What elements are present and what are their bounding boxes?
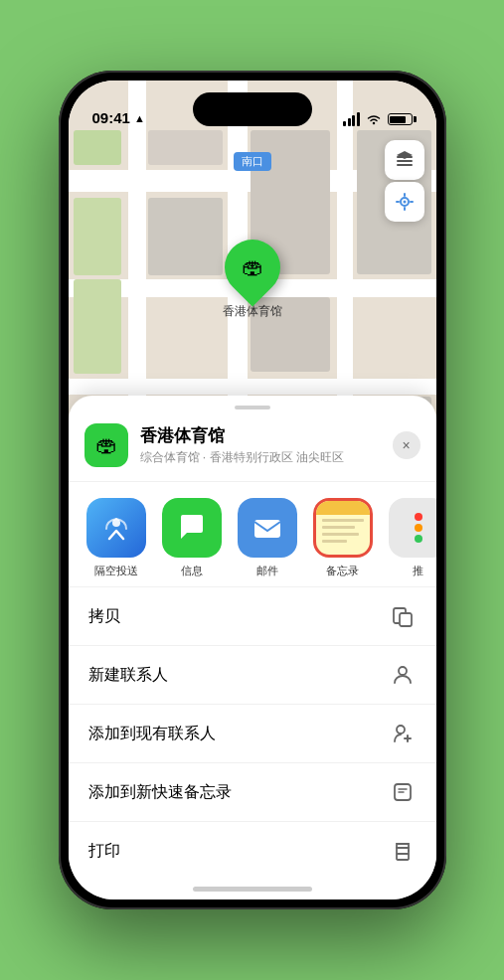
menu-item-quick-note[interactable]: 添加到新快速备忘录 (69, 762, 436, 821)
location-subtitle: 综合体育馆 · 香港特别行政区 油尖旺区 (140, 449, 393, 466)
svg-point-28 (399, 667, 407, 675)
menu-item-print[interactable]: 打印 (69, 821, 436, 880)
bottom-sheet: 🏟 香港体育馆 综合体育馆 · 香港特别行政区 油尖旺区 × (69, 396, 436, 899)
svg-rect-3 (69, 379, 436, 395)
svg-rect-27 (400, 613, 412, 626)
print-icon (389, 837, 417, 865)
map-controls (385, 140, 424, 222)
share-mail[interactable]: 邮件 (236, 498, 299, 578)
svg-rect-31 (397, 854, 409, 860)
svg-point-24 (403, 201, 406, 204)
share-row: 隔空投送 信息 (69, 482, 436, 586)
mail-icon (251, 511, 284, 545)
menu-item-new-contact[interactable]: 新建联系人 (69, 645, 436, 704)
location-arrow-icon: ▲ (134, 112, 145, 124)
menu-item-add-to-contact[interactable]: 添加到现有联系人 (69, 704, 436, 762)
svg-point-32 (408, 850, 410, 852)
copy-label: 拷贝 (88, 606, 120, 627)
share-airdrop[interactable]: 隔空投送 (84, 498, 148, 578)
phone-screen: 09:41 ▲ (69, 81, 436, 899)
messages-icon (175, 511, 209, 545)
phone-frame: 09:41 ▲ (59, 71, 446, 909)
location-name: 香港体育馆 (140, 424, 393, 447)
add-to-contact-label: 添加到现有联系人 (88, 724, 216, 744)
svg-point-29 (397, 726, 405, 734)
mail-icon-box (238, 498, 297, 558)
location-info: 香港体育馆 综合体育馆 · 香港特别行政区 油尖旺区 (140, 424, 393, 466)
status-time: 09:41 ▲ (92, 109, 145, 126)
notes-label: 备忘录 (326, 564, 359, 578)
marker-pin: 🏟 (213, 228, 291, 306)
dynamic-island (193, 92, 312, 126)
messages-label: 信息 (181, 564, 203, 578)
stadium-marker[interactable]: 🏟 香港体育馆 (223, 240, 282, 320)
add-to-contact-icon (389, 720, 417, 747)
quick-note-icon (389, 778, 417, 806)
svg-rect-21 (397, 164, 413, 166)
location-label: 南口 (234, 152, 271, 171)
map-layers-button[interactable] (385, 140, 424, 180)
stadium-icon: 🏟 (242, 254, 263, 280)
notes-top-bar (316, 501, 370, 515)
location-label-text: 南口 (242, 155, 263, 167)
svg-rect-9 (148, 198, 223, 275)
new-contact-label: 新建联系人 (88, 665, 168, 686)
close-icon: × (402, 437, 410, 453)
quick-note-label: 添加到新快速备忘录 (88, 782, 232, 803)
home-indicator (193, 887, 312, 892)
more-icon-box (389, 498, 436, 558)
airdrop-icon-box (86, 498, 146, 558)
share-messages[interactable]: 信息 (160, 498, 224, 578)
svg-rect-26 (254, 520, 280, 538)
wifi-icon (366, 113, 382, 125)
copy-icon (389, 602, 417, 630)
mail-label: 邮件 (256, 564, 278, 578)
status-icons (343, 112, 413, 126)
location-header: 🏟 香港体育馆 综合体育馆 · 香港特别行政区 油尖旺区 × (69, 409, 436, 482)
airdrop-icon (101, 513, 131, 543)
share-notes[interactable]: 备忘录 (311, 498, 375, 578)
messages-icon-box (162, 498, 222, 558)
notes-icon-box (313, 498, 373, 558)
battery-icon (388, 113, 413, 125)
time-display: 09:41 (92, 109, 130, 126)
share-more[interactable]: 推 (387, 498, 436, 578)
location-button[interactable] (385, 182, 424, 222)
new-contact-icon (389, 661, 417, 689)
menu-item-copy[interactable]: 拷贝 (69, 586, 436, 645)
svg-rect-18 (74, 279, 121, 374)
signal-bars-icon (343, 112, 360, 126)
svg-rect-20 (397, 160, 413, 162)
airdrop-label: 隔空投送 (94, 564, 138, 578)
close-button[interactable]: × (393, 431, 420, 459)
menu-list: 拷贝 新建联系人 (69, 586, 436, 880)
print-label: 打印 (88, 841, 120, 862)
svg-rect-17 (74, 130, 121, 165)
svg-rect-8 (148, 130, 223, 165)
svg-rect-16 (74, 198, 121, 275)
more-label: 推 (413, 564, 423, 578)
location-icon: 🏟 (84, 423, 128, 467)
